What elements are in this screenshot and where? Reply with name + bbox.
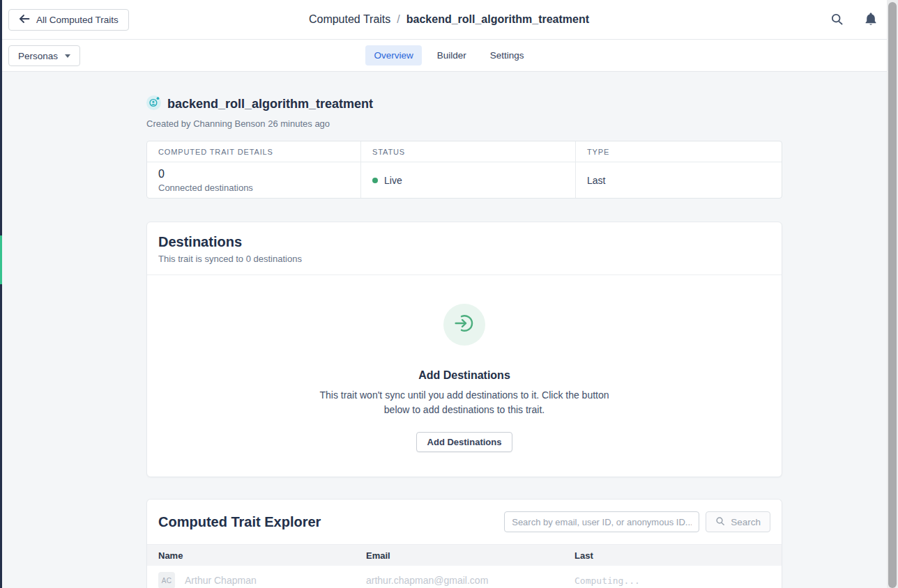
tabs: Overview Builder Settings	[0, 40, 898, 71]
explorer-search-input[interactable]	[504, 511, 699, 532]
trait-details-table: COMPUTED TRAIT DETAILS STATUS TYPE 0 Con…	[146, 141, 782, 199]
page-scrollbar[interactable]	[887, 0, 898, 588]
search-icon	[715, 516, 725, 528]
tab-settings[interactable]: Settings	[482, 45, 533, 65]
type-cell: Last	[575, 162, 782, 198]
column-header-name: Name	[147, 550, 355, 561]
computed-trait-explorer-card: Computed Trait Explorer Search Name Emai…	[146, 499, 782, 588]
add-destinations-button[interactable]: Add Destinations	[416, 432, 513, 452]
empty-state-title: Add Destinations	[147, 369, 782, 382]
notifications-button[interactable]	[865, 12, 877, 28]
destinations-card: Destinations This trait is synced to 0 d…	[146, 222, 782, 477]
computed-trait-icon	[146, 95, 161, 113]
tab-overview[interactable]: Overview	[365, 45, 421, 65]
details-header-type: TYPE	[575, 141, 782, 162]
live-status-dot	[372, 178, 378, 183]
created-by-text: Created by Channing Benson 26 minutes ag…	[146, 118, 782, 129]
search-button-topbar[interactable]	[830, 13, 844, 28]
row-last-value: Computing...	[563, 575, 782, 586]
details-header-status: STATUS	[360, 141, 575, 162]
scrollbar-thumb[interactable]	[888, 2, 897, 588]
avatar: AC	[158, 572, 175, 588]
breadcrumb: Computed Traits / backend_roll_algorithm…	[309, 13, 589, 26]
destinations-subtitle: This trait is synced to 0 destinations	[158, 254, 770, 264]
back-button-label: All Computed Traits	[36, 15, 119, 25]
status-cell: Live	[360, 162, 575, 198]
column-header-last: Last	[563, 550, 782, 561]
sidebar-active-indicator	[0, 235, 2, 284]
row-name: Arthur Chapman	[185, 575, 257, 586]
chevron-down-icon	[65, 54, 70, 58]
top-bar: All Computed Traits Computed Traits / ba…	[0, 0, 898, 40]
back-to-all-computed-traits-button[interactable]: All Computed Traits	[8, 9, 129, 31]
column-header-email: Email	[355, 550, 563, 561]
destinations-empty-state: Add Destinations This trait won't sync u…	[147, 275, 782, 477]
explorer-title: Computed Trait Explorer	[158, 514, 321, 530]
connected-destinations-count: 0	[158, 167, 349, 180]
connected-destinations-cell: 0 Connected destinations	[147, 162, 360, 198]
type-value: Last	[587, 175, 770, 186]
breadcrumb-parent[interactable]: Computed Traits	[309, 13, 390, 26]
tab-bar: Personas Overview Builder Settings	[0, 40, 898, 72]
table-row[interactable]: AC Arthur Chapman arthur.chapman@gmail.c…	[147, 566, 782, 588]
empty-state-description: This trait won't sync until you add dest…	[307, 388, 622, 417]
page-title: backend_roll_algorithm_treatment	[167, 97, 373, 111]
add-destinations-icon-circle	[443, 304, 485, 346]
destinations-title: Destinations	[158, 234, 770, 250]
back-arrow-icon	[19, 14, 30, 26]
explorer-table-header: Name Email Last	[147, 544, 782, 566]
workspace-dropdown-label: Personas	[18, 51, 58, 61]
bell-icon	[865, 12, 877, 28]
breadcrumb-current: backend_roll_algorithm_treatment	[406, 13, 589, 26]
collapsed-sidebar-strip[interactable]	[0, 0, 2, 588]
explorer-search-button[interactable]: Search	[706, 511, 770, 532]
explorer-search-button-label: Search	[731, 517, 761, 527]
row-email: arthur.chapman@gmail.com	[355, 575, 563, 586]
connected-destinations-label: Connected destinations	[158, 183, 349, 193]
workspace-dropdown-button[interactable]: Personas	[8, 45, 80, 66]
explorer-table: Name Email Last AC Arthur Chapman arthur…	[147, 544, 782, 588]
breadcrumb-separator: /	[397, 13, 399, 26]
search-icon	[830, 13, 844, 28]
main-content: backend_roll_algorithm_treatment Created…	[146, 95, 782, 588]
details-header-computed-trait-details: COMPUTED TRAIT DETAILS	[147, 141, 360, 162]
enter-arrow-icon	[453, 312, 475, 337]
tab-builder[interactable]: Builder	[429, 45, 475, 65]
status-value: Live	[384, 175, 402, 186]
